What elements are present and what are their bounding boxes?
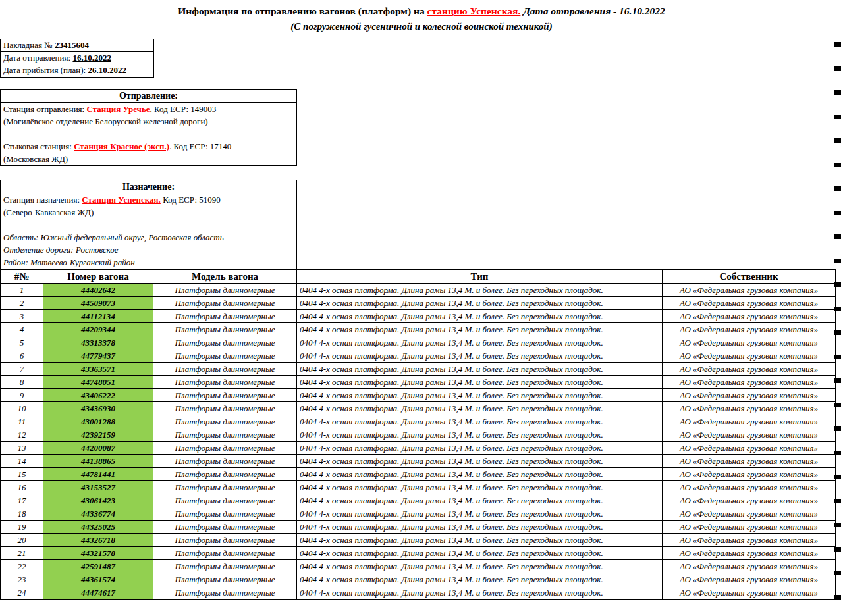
wagon-model-cell: Платформы длинномерные xyxy=(153,534,297,547)
wagon-owner-cell: АО «Федеральная грузовая компания» xyxy=(663,560,836,573)
table-row: 2144321578Платформы длинномерные0404 4-х… xyxy=(1,547,836,560)
destination-station-code: Код ЕСР: 51090 xyxy=(161,195,221,205)
table-row: 743363571Платформы длинномерные0404 4-х … xyxy=(1,363,836,376)
table-row: 1143001288Платформы длинномерные0404 4-х… xyxy=(1,415,836,428)
wagon-type-cell: 0404 4-х осная платформа. Длина рамы 13,… xyxy=(297,573,663,586)
wagon-type-cell: 0404 4-х осная платформа. Длина рамы 13,… xyxy=(297,428,663,442)
row-index-cell: 7 xyxy=(1,363,43,376)
wagon-type-cell: 0404 4-х осная платформа. Длина рамы 13,… xyxy=(297,481,663,494)
wagon-owner-cell: АО «Федеральная грузовая компания» xyxy=(663,323,836,336)
wagon-type-cell: 0404 4-х осная платформа. Длина рамы 13,… xyxy=(297,521,663,534)
wagon-model-cell: Платформы длинномерные xyxy=(153,336,297,349)
table-row: 2044326718Платформы длинномерные0404 4-х… xyxy=(1,534,836,547)
row-index-cell: 23 xyxy=(1,573,43,586)
junction-station-code: . Код ЕСР: 17140 xyxy=(169,141,231,151)
destination-branch: Отделение дороги: Ростовское xyxy=(1,244,296,256)
destination-station-link[interactable]: Станция Успенская. xyxy=(82,195,161,205)
table-row: 1944325025Платформы длинномерные0404 4-х… xyxy=(1,521,836,534)
wagon-type-cell: 0404 4-х осная платформа. Длина рамы 13,… xyxy=(297,376,663,389)
wagon-type-cell: 0404 4-х осная платформа. Длина рамы 13,… xyxy=(297,442,663,455)
wagon-type-cell: 0404 4-х осная платформа. Длина рамы 13,… xyxy=(297,415,663,428)
row-index-cell: 10 xyxy=(1,402,43,415)
wagon-owner-cell: АО «Федеральная грузовая компания» xyxy=(663,521,836,534)
row-marker-icon xyxy=(834,66,841,71)
row-index-cell: 1 xyxy=(1,284,43,297)
wagon-model-cell: Платформы длинномерные xyxy=(153,573,297,586)
destination-region: Область: Южный федеральный округ, Ростов… xyxy=(1,231,296,244)
wagon-owner-cell: АО «Федеральная грузовая компания» xyxy=(663,507,836,521)
departure-station-link[interactable]: Станция Уречье xyxy=(86,104,150,114)
wagon-model-cell: Платформы длинномерные xyxy=(153,586,297,600)
wagon-number-cell: 44326718 xyxy=(43,534,153,547)
wagon-type-cell: 0404 4-х осная платформа. Длина рамы 13,… xyxy=(297,560,663,573)
departure-station-label: Станция отправления: xyxy=(3,104,86,114)
title-text-before: Информация по отправлению вагонов (платф… xyxy=(178,5,427,16)
row-marker-icon xyxy=(834,234,841,239)
col-header-type: Тип xyxy=(297,270,663,284)
destination-station-note: (Северо-Кавказская ЖД) xyxy=(1,206,296,218)
wagon-number-cell: 44361574 xyxy=(43,573,153,586)
row-index-cell: 18 xyxy=(1,507,43,521)
wagon-type-cell: 0404 4-х осная платформа. Длина рамы 13,… xyxy=(297,494,663,507)
row-index-cell: 22 xyxy=(1,560,43,573)
wagon-model-cell: Платформы длинномерные xyxy=(153,468,297,481)
wagon-type-cell: 0404 4-х осная платформа. Длина рамы 13,… xyxy=(297,468,663,481)
junction-station-link[interactable]: Станция Красное (эксп.) xyxy=(74,141,169,151)
wagon-model-cell: Платформы длинномерные xyxy=(153,363,297,376)
departure-box: Отправление: Станция отправления: Станци… xyxy=(0,89,297,166)
table-row: 2242591487Платформы длинномерные0404 4-х… xyxy=(1,560,836,573)
wagon-type-cell: 0404 4-х осная платформа. Длина рамы 13,… xyxy=(297,402,663,415)
wagon-number-cell: 44748051 xyxy=(43,376,153,389)
title-departure-date: Дата отправления - 16.10.2022 xyxy=(520,5,665,16)
wagon-table-body: 144402642Платформы длинномерные0404 4-х … xyxy=(1,284,836,600)
wagon-type-cell: 0404 4-х осная платформа. Длина рамы 13,… xyxy=(297,297,663,310)
table-row: 1643153527Платформы длинномерные0404 4-х… xyxy=(1,481,836,494)
row-index-cell: 21 xyxy=(1,547,43,560)
wagon-owner-cell: АО «Федеральная грузовая компания» xyxy=(663,376,836,389)
row-marker-icon xyxy=(834,282,841,287)
row-marker-icon xyxy=(834,403,841,407)
departure-station-note: (Могилёвское отделение Белорусской желез… xyxy=(1,115,296,128)
col-header-owner: Собственник xyxy=(663,270,836,284)
wagon-model-cell: Платформы длинномерные xyxy=(153,349,297,363)
row-marker-icon xyxy=(834,163,841,167)
wagon-number-cell: 44209344 xyxy=(43,323,153,336)
right-markers xyxy=(834,42,842,600)
wagon-owner-cell: АО «Федеральная грузовая компания» xyxy=(663,573,836,586)
departure-box-header: Отправление: xyxy=(1,90,296,103)
wagon-type-cell: 0404 4-х осная платформа. Длина рамы 13,… xyxy=(297,284,663,297)
table-row: 844748051Платформы длинномерные0404 4-х … xyxy=(1,376,836,389)
wagon-owner-cell: АО «Федеральная грузовая компания» xyxy=(663,468,836,481)
destination-district: Район: Матвеево-Курганский район xyxy=(1,256,296,269)
row-marker-icon xyxy=(834,115,841,119)
row-index-cell: 16 xyxy=(1,481,43,494)
wagon-table: #№ Номер вагона Модель вагона Тип Собств… xyxy=(0,269,835,600)
wagon-owner-cell: АО «Федеральная грузовая компания» xyxy=(663,455,836,468)
wagon-number-cell: 44509073 xyxy=(43,297,153,310)
wagon-number-cell: 42591487 xyxy=(43,560,153,573)
wagon-model-cell: Платформы длинномерные xyxy=(153,494,297,507)
table-row: 644779437Платформы длинномерные0404 4-х … xyxy=(1,349,836,363)
row-index-cell: 15 xyxy=(1,468,43,481)
table-row: 1544781441Платформы длинномерные0404 4-х… xyxy=(1,468,836,481)
wagon-model-cell: Платформы длинномерные xyxy=(153,428,297,442)
wagon-model-cell: Платформы длинномерные xyxy=(153,442,297,455)
departure-date-row: Дата отправления: 16.10.2022 xyxy=(1,52,153,64)
table-header-row: #№ Номер вагона Модель вагона Тип Собств… xyxy=(1,270,836,284)
wagon-owner-cell: АО «Федеральная грузовая компания» xyxy=(663,336,836,349)
row-marker-icon xyxy=(834,138,841,143)
wagon-number-cell: 44325025 xyxy=(43,521,153,534)
spacer xyxy=(1,128,296,140)
wagon-model-cell: Платформы длинномерные xyxy=(153,481,297,494)
row-index-cell: 12 xyxy=(1,428,43,442)
waybill-number-row: Накладная № 23415604 xyxy=(1,39,153,52)
row-marker-icon xyxy=(834,330,841,335)
station-uspenskaya-link[interactable]: станцию Успенская. xyxy=(427,5,521,16)
wagon-model-cell: Платформы длинномерные xyxy=(153,323,297,336)
wagon-number-cell: 43363571 xyxy=(43,363,153,376)
wagon-owner-cell: АО «Федеральная грузовая компания» xyxy=(663,547,836,560)
table-row: 1242392159Платформы длинномерные0404 4-х… xyxy=(1,428,836,442)
wagon-type-cell: 0404 4-х осная платформа. Длина рамы 13,… xyxy=(297,547,663,560)
wagon-model-cell: Платформы длинномерные xyxy=(153,521,297,534)
destination-station-line: Станция назначения: Станция Успенская. К… xyxy=(1,193,296,206)
